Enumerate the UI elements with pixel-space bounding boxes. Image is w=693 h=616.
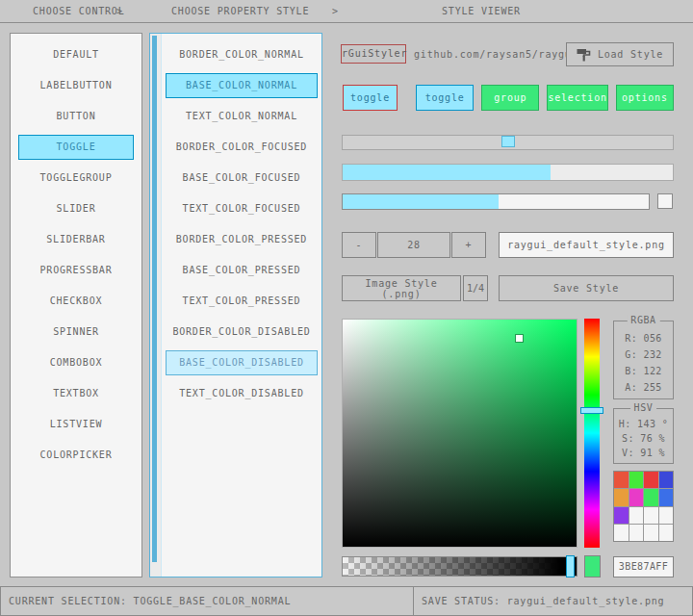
property-item-text-color-focused[interactable]: TEXT_COLOR_FOCUSED [166,196,318,221]
controls-list: DEFAULT LABELBUTTON BUTTON TOGGLE TOGGLE… [10,33,142,578]
scrollbar-thumb[interactable] [152,36,157,562]
control-item-checkbox[interactable]: CHECKBOX [18,289,134,314]
color-saturation-value-panel[interactable] [342,319,578,548]
alpha-slider-handle[interactable] [566,555,575,578]
toggle-preview[interactable]: toggle [343,85,398,111]
togglegroup-item-options[interactable]: options [616,85,674,111]
togglegroup-item-selection[interactable]: selection [547,85,607,111]
repo-link[interactable]: github.com/raysan5/raygui [414,49,578,60]
color-swatch[interactable] [614,489,629,505]
control-item-sliderbar[interactable]: SLIDERBAR [18,227,134,252]
color-swatch[interactable] [659,489,674,505]
hsv-saturation-value: S: 76 % [614,431,673,446]
alpha-slider[interactable] [342,556,578,577]
current-selection-statusbar: CURRENT SELECTION: TOGGLE_BASE_COLOR_NOR… [0,586,414,616]
chevron-separator-icon: > [116,0,123,22]
filename-textbox[interactable]: raygui_default_style.png [499,232,674,258]
hsv-hue-value: H: 143 ° [614,417,673,431]
save-style-button[interactable]: Save Style [499,275,674,301]
app-title: rGuiStyler [341,44,406,64]
color-swatch[interactable] [614,472,629,488]
color-swatch[interactable] [629,489,644,505]
properties-list: BORDER_COLOR_NORMAL BASE_COLOR_NORMAL TE… [149,33,322,578]
togglegroup-item-group[interactable]: group [481,85,539,111]
control-item-button[interactable]: BUTTON [18,104,134,129]
hsv-value-value: V: 91 % [614,446,673,460]
control-item-textbox[interactable]: TEXTBOX [18,381,134,406]
progressbar-preview[interactable] [342,193,650,210]
color-swatch[interactable] [644,472,658,488]
hue-slider-handle[interactable] [580,407,603,414]
property-item-text-color-disabled[interactable]: TEXT_COLOR_DISABLED [166,381,318,406]
color-swatch[interactable] [629,507,644,524]
slider-preview[interactable] [342,135,674,150]
color-swatch[interactable] [614,525,629,541]
sliderbar-fill [343,165,551,180]
rgba-title: RGBA [627,315,659,325]
chevron-separator-icon: > [332,0,339,22]
progressbar-fill [343,194,499,209]
rgba-green-value: G: 232 [614,346,673,363]
togglegroup-preview: toggle group selection options [416,85,674,111]
control-item-combobox[interactable]: COMBOBOX [18,350,134,375]
rgba-red-value: R: 056 [614,330,673,346]
color-swatch[interactable] [659,507,674,524]
property-item-border-color-normal[interactable]: BORDER_COLOR_NORMAL [166,42,318,67]
control-item-togglegroup[interactable]: TOGGLEGROUP [18,166,134,191]
hex-value-textbox[interactable]: 3BE87AFF [613,556,674,578]
color-cursor[interactable] [516,335,523,342]
color-swatch[interactable] [629,525,644,541]
image-scale-button[interactable]: 1/4 [463,275,488,301]
togglegroup-item-toggle[interactable]: toggle [416,85,474,111]
hue-slider[interactable] [584,319,600,548]
color-swatch[interactable] [644,489,658,505]
control-item-spinner[interactable]: SPINNER [18,320,134,345]
control-item-listview[interactable]: LISTVIEW [18,412,134,437]
slider-handle[interactable] [501,136,515,147]
spinner-value[interactable]: 28 [377,232,450,258]
rgba-group: RGBA R: 056 G: 232 B: 122 A: 255 [613,321,674,399]
spinner-minus-button[interactable]: - [342,232,376,258]
top-section-bar: CHOOSE CONTROL > CHOOSE PROPERTY STYLE >… [0,0,693,23]
property-item-text-color-pressed[interactable]: TEXT_COLOR_PRESSED [166,289,318,314]
color-swatch-grid [613,471,674,542]
spinner-plus-button[interactable]: + [451,232,486,258]
hsv-title: HSV [630,402,657,413]
property-item-border-color-disabled[interactable]: BORDER_COLOR_DISABLED [166,320,318,345]
color-swatch[interactable] [644,507,658,524]
color-swatch[interactable] [659,472,674,488]
control-item-colorpicker[interactable]: COLORPICKER [18,443,134,468]
property-item-base-color-normal[interactable]: BASE_COLOR_NORMAL [166,73,318,98]
section-style-viewer: STYLE VIEWER [442,0,521,22]
load-style-label: Load Style [598,49,663,60]
rgba-blue-value: B: 122 [614,363,673,379]
property-item-base-color-focused[interactable]: BASE_COLOR_FOCUSED [166,166,318,191]
property-item-base-color-disabled[interactable]: BASE_COLOR_DISABLED [166,350,318,375]
section-choose-control: CHOOSE CONTROL [33,0,125,22]
control-item-toggle[interactable]: TOGGLE [18,135,134,160]
current-color-swatch [584,555,601,578]
image-style-button[interactable]: Image Style (.png) [342,275,461,301]
color-swatch[interactable] [629,472,644,488]
color-swatch[interactable] [614,507,629,524]
property-item-text-color-normal[interactable]: TEXT_COLOR_NORMAL [166,104,318,129]
control-item-labelbutton[interactable]: LABELBUTTON [18,73,134,98]
color-swatch[interactable] [659,525,674,541]
color-swatch[interactable] [644,525,658,541]
control-item-slider[interactable]: SLIDER [18,196,134,221]
properties-scrollbar[interactable] [150,34,162,577]
property-item-border-color-pressed[interactable]: BORDER_COLOR_PRESSED [166,227,318,252]
sliderbar-preview[interactable] [342,164,674,181]
property-item-border-color-focused[interactable]: BORDER_COLOR_FOCUSED [166,135,318,160]
control-item-default[interactable]: DEFAULT [18,42,134,67]
hsv-group: HSV H: 143 ° S: 76 % V: 91 % [613,408,674,464]
checkbox-preview[interactable] [657,193,673,209]
control-item-progressbar[interactable]: PROGRESSBAR [18,258,134,283]
property-item-base-color-pressed[interactable]: BASE_COLOR_PRESSED [166,258,318,283]
rgba-alpha-value: A: 255 [614,379,673,396]
section-choose-property-style: CHOOSE PROPERTY STYLE [171,0,309,22]
save-status-statusbar: SAVE STATUS: raygui_default_style.png [413,586,693,616]
load-style-button[interactable]: Load Style [566,42,674,66]
properties-items: BORDER_COLOR_NORMAL BASE_COLOR_NORMAL TE… [162,34,321,406]
save-status-text: SAVE STATUS: raygui_default_style.png [422,596,664,606]
